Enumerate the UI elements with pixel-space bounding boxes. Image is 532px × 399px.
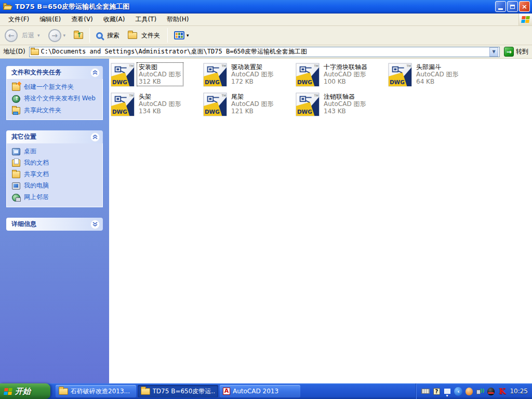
place-shared-documents[interactable]: 共享文档 [12,170,100,178]
hide-icons-chevron[interactable]: ‹ [454,387,462,395]
place-network[interactable]: 网上邻居 [12,193,100,202]
place-my-documents[interactable]: 我的文档 [12,159,100,167]
file-label-block[interactable]: 头部漏斗 AutoCAD 图形 64 KB [415,63,460,86]
task-create-new-folder[interactable]: 创建一个新文件夹 [12,83,100,91]
autocad-icon: A [223,388,230,395]
chevron-down-icon[interactable] [90,220,100,229]
file-label-block[interactable]: 尾架 AutoCAD 图形 121 KB [230,92,275,115]
publish-web-icon [12,95,20,103]
file-label-block[interactable]: 头架 AutoCAD 图形 134 KB [137,92,183,115]
file-tile[interactable]: DWG TM 安装图 AutoCAD 图形 312 KB [111,63,203,92]
svg-text:TM: TM [313,94,318,97]
menu-view[interactable]: 查看(V) [66,14,98,25]
dwg-file-icon: DWG TM [203,63,227,87]
start-button[interactable]: 开始 [0,383,50,399]
views-dropdown-icon: ▾ [187,33,189,38]
file-tile[interactable]: DWG TM 尾架 AutoCAD 图形 121 KB [203,92,296,122]
qq-icon[interactable] [465,387,473,395]
close-icon: × [522,3,527,10]
language-bar-icon[interactable] [443,387,451,395]
panel-title: 文件和文件夹任务 [11,68,61,77]
taskbar-task-autocad[interactable]: A AutoCAD 2013 [220,385,300,397]
file-tile[interactable]: DWG TM 头部漏斗 AutoCAD 图形 64 KB [388,63,481,92]
svg-text:TM: TM [128,64,134,68]
file-label-block[interactable]: 安装图 AutoCAD 图形 312 KB [137,63,183,86]
folders-label: 文件夹 [141,31,160,40]
panel-other-places: 其它位置 桌面 我的文档 共享文档 [6,130,103,207]
file-size: 172 KB [231,78,274,85]
file-tile[interactable]: DWG TM 驱动装置架 AutoCAD 图形 172 KB [203,63,296,92]
views-button[interactable]: ▾ [171,30,193,41]
task-publish-to-web[interactable]: 将这个文件夹发布到 Web [12,95,100,103]
go-button[interactable]: → 转到 [502,46,530,57]
svg-text:DWG: DWG [112,109,127,115]
file-size: 312 KB [139,78,181,85]
address-path: C:\Documents and Settings\Administrator\… [41,47,489,56]
chevron-up-icon[interactable] [90,68,100,77]
my-computer-icon [12,182,20,190]
forward-dropdown-icon: ▾ [63,33,66,38]
dwg-file-icon: DWG TM [111,92,135,116]
help-icon[interactable]: ? [432,387,441,395]
menu-file[interactable]: 文件(F) [3,14,34,25]
file-tile[interactable]: DWG TM 十字滑块联轴器 AutoCAD 图形 100 KB [296,63,388,92]
keyboard-icon[interactable] [421,387,430,395]
dwg-file-icon: DWG TM [203,92,227,116]
file-type: AutoCAD 图形 [139,71,181,78]
volume-network-icon[interactable] [476,387,484,395]
panel-details-header[interactable]: 详细信息 [6,218,103,231]
svg-text:DWG: DWG [297,79,312,85]
folders-button[interactable]: 文件夹 [125,30,164,42]
search-button[interactable]: 搜索 [94,30,123,42]
up-button[interactable]: ↑ [71,31,86,41]
qq-penguin-icon[interactable] [487,387,495,395]
svg-text:DWG: DWG [205,109,220,115]
file-name: 头部漏斗 [416,63,459,71]
file-label-block[interactable]: 十字滑块联轴器 AutoCAD 图形 100 KB [322,63,369,86]
kaspersky-icon[interactable]: K [498,387,506,395]
taskbar-task-folder2-active[interactable]: TD75 B=650皮带运... [138,385,218,397]
dwg-file-icon: DWG TM [388,63,412,87]
panel-other-places-header[interactable]: 其它位置 [6,130,103,143]
file-name: 安装图 [139,63,181,71]
folder-open-icon [3,3,12,10]
forward-button[interactable]: → ▾ [46,28,70,44]
file-list-area[interactable]: DWG TM 安装图 AutoCAD 图形 312 KB [109,59,532,383]
place-my-computer[interactable]: 我的电脑 [12,182,100,190]
taskbar-task-folder1[interactable]: 石砟破碎改造2013... [56,385,136,397]
back-button[interactable]: ← 后退 ▾ [2,28,44,44]
chevron-up-icon[interactable] [90,132,100,142]
search-label: 搜索 [107,31,119,40]
menu-bar: 文件(F) 编辑(E) 查看(V) 收藏(A) 工具(T) 帮助(H) [0,14,532,26]
system-tray: ? ‹ K 10:25 [416,383,532,399]
file-type: AutoCAD 图形 [231,100,274,108]
file-size: 134 KB [139,108,181,115]
menu-favorites[interactable]: 收藏(A) [98,14,130,25]
dwg-file-icon: DWG TM [296,63,320,87]
address-input[interactable]: C:\Documents and Settings\Administrator\… [29,47,500,57]
desktop-icon [12,148,20,155]
address-dropdown-button[interactable]: ▼ [489,47,498,57]
menu-help[interactable]: 帮助(H) [162,14,194,25]
file-type: AutoCAD 图形 [324,71,367,78]
menu-tools[interactable]: 工具(T) [130,14,162,25]
file-label-block[interactable]: 驱动装置架 AutoCAD 图形 172 KB [230,63,275,86]
file-tile[interactable]: DWG TM 头架 AutoCAD 图形 134 KB [111,92,203,122]
minimize-button[interactable] [495,1,506,12]
menu-edit[interactable]: 编辑(E) [34,14,66,25]
close-button[interactable]: × [519,1,530,12]
file-tile[interactable]: DWG TM 注销联轴器 AutoCAD 图形 143 KB [296,92,388,122]
taskbar: 开始 石砟破碎改造2013... TD75 B=650皮带运... A Auto… [0,383,532,399]
restore-button[interactable] [507,1,518,12]
toolbar: ← 后退 ▾ → ▾ ↑ 搜索 文件夹 ▾ [0,26,532,45]
file-name: 头架 [139,93,181,100]
desktop: TD75 B=650皮带运输机全套施工图 × 文件(F) 编辑(E) 查看(V)… [0,0,532,399]
task-share-folder[interactable]: 共享此文件夹 [12,107,100,114]
dwg-file-icon: DWG TM [296,92,320,116]
forward-icon: → [48,29,61,42]
file-name: 十字滑块联轴器 [324,63,367,71]
place-desktop[interactable]: 桌面 [12,148,100,155]
panel-file-tasks-header[interactable]: 文件和文件夹任务 [6,66,103,79]
network-places-icon [12,194,20,202]
file-label-block[interactable]: 注销联轴器 AutoCAD 图形 143 KB [322,92,368,115]
